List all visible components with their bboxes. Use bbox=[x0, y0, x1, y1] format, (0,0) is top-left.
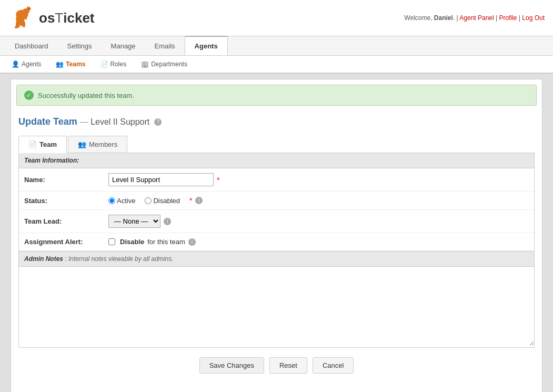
reset-button[interactable]: Reset bbox=[269, 357, 307, 374]
status-required-star: * bbox=[189, 196, 192, 205]
assignment-alert-disable-text: Disable bbox=[120, 238, 144, 246]
tab-team-label: Team bbox=[39, 140, 57, 148]
page-title-area: Update Team — Level II Support ? bbox=[11, 111, 542, 130]
success-message: Successfully updated this team. bbox=[38, 92, 134, 99]
help-icon[interactable]: ? bbox=[154, 118, 162, 126]
subnav-teams[interactable]: 👥 Teams bbox=[49, 58, 92, 71]
page-title: Update Team bbox=[18, 116, 77, 127]
logo: osTicket bbox=[8, 4, 95, 32]
tab-members[interactable]: 👥 Members bbox=[68, 136, 127, 153]
status-active-label[interactable]: Active bbox=[108, 197, 135, 205]
page-subtitle: Level II Support bbox=[91, 117, 149, 126]
status-disabled-text: Disabled bbox=[153, 197, 180, 205]
form-area: Team Information: Name: * Status: Active… bbox=[18, 153, 535, 348]
departments-icon: 🏢 bbox=[141, 61, 149, 68]
team-lead-select[interactable]: — None — bbox=[108, 215, 160, 228]
status-active-radio[interactable] bbox=[108, 197, 115, 204]
assignment-alert-info-icon[interactable]: i bbox=[188, 238, 196, 246]
tab-members-icon: 👥 bbox=[78, 140, 86, 148]
tab-members-label: Members bbox=[89, 140, 117, 148]
admin-notes-subtitle: : Internal notes viewable by all admins. bbox=[65, 255, 173, 263]
team-lead-label: Team Lead: bbox=[24, 217, 108, 225]
name-label: Name: bbox=[24, 176, 108, 184]
nav-manage[interactable]: Manage bbox=[102, 36, 145, 55]
status-disabled-radio[interactable] bbox=[145, 197, 152, 204]
save-changes-button[interactable]: Save Changes bbox=[199, 357, 264, 374]
status-active-text: Active bbox=[117, 197, 135, 205]
status-label: Status: bbox=[24, 197, 108, 205]
logo-text: osTicket bbox=[39, 10, 95, 26]
agent-panel-link[interactable]: Agent Panel bbox=[459, 14, 494, 22]
top-header: osTicket Welcome, Daniel. | Agent Panel … bbox=[0, 0, 553, 36]
admin-notes-textarea[interactable] bbox=[19, 267, 534, 346]
subnav-agents[interactable]: 👤 Agents bbox=[5, 58, 47, 71]
cancel-button[interactable]: Cancel bbox=[313, 357, 354, 374]
form-section-header: Team Information: bbox=[19, 153, 534, 168]
main-content: ✓ Successfully updated this team. Update… bbox=[11, 79, 542, 392]
status-info-icon[interactable]: i bbox=[195, 197, 203, 204]
admin-notes-header: Admin Notes : Internal notes viewable by… bbox=[19, 251, 534, 267]
button-bar: Save Changes Reset Cancel bbox=[11, 348, 542, 383]
roles-icon: 📄 bbox=[100, 61, 108, 68]
sub-nav: 👤 Agents 👥 Teams 📄 Roles 🏢 Departments bbox=[0, 56, 553, 74]
assignment-alert-label: Assignment Alert: bbox=[24, 238, 108, 246]
name-required-star: * bbox=[217, 176, 219, 184]
profile-link[interactable]: Profile bbox=[499, 14, 517, 22]
subnav-departments[interactable]: 🏢 Departments bbox=[135, 58, 194, 71]
title-separator: — bbox=[80, 117, 91, 126]
agents-icon: 👤 bbox=[12, 61, 19, 68]
assignment-alert-checkbox[interactable] bbox=[108, 238, 115, 245]
name-control-area: * bbox=[108, 173, 529, 186]
status-row: Status: Active Disabled * i bbox=[19, 192, 534, 210]
success-banner: ✓ Successfully updated this team. bbox=[16, 85, 537, 106]
teams-icon: 👥 bbox=[56, 61, 64, 68]
admin-notes-label: Admin Notes bbox=[24, 255, 63, 263]
svg-point-5 bbox=[28, 8, 29, 9]
status-control-area: Active Disabled * i bbox=[108, 196, 529, 205]
subnav-roles[interactable]: 📄 Roles bbox=[94, 58, 133, 71]
success-icon: ✓ bbox=[24, 91, 34, 100]
tabs-container: 📄 Team 👥 Members bbox=[18, 136, 535, 153]
admin-notes-textarea-container bbox=[19, 267, 534, 347]
assignment-alert-row: Assignment Alert: Disable for this team … bbox=[19, 233, 534, 251]
nav-agents[interactable]: Agents bbox=[185, 36, 228, 55]
status-disabled-label[interactable]: Disabled bbox=[145, 197, 180, 205]
nav-settings[interactable]: Settings bbox=[58, 36, 102, 55]
tab-team[interactable]: 📄 Team bbox=[18, 136, 67, 153]
welcome-text: Welcome, bbox=[404, 14, 434, 22]
name-input[interactable] bbox=[108, 173, 214, 186]
top-right-nav: Welcome, Daniel. | Agent Panel | Profile… bbox=[404, 14, 545, 22]
assignment-alert-control-area: Disable for this team i bbox=[108, 238, 529, 246]
username: Daniel bbox=[434, 14, 453, 22]
team-lead-row: Team Lead: — None — i bbox=[19, 210, 534, 233]
assignment-alert-suffix: for this team bbox=[147, 238, 185, 246]
kangaroo-logo-icon bbox=[8, 4, 36, 32]
name-row: Name: * bbox=[19, 168, 534, 192]
nav-dashboard[interactable]: Dashboard bbox=[5, 36, 58, 55]
logout-link[interactable]: Log Out bbox=[522, 14, 545, 22]
tab-team-icon: 📄 bbox=[28, 140, 37, 148]
nav-emails[interactable]: Emails bbox=[145, 36, 185, 55]
team-lead-info-icon[interactable]: i bbox=[164, 218, 171, 225]
main-nav: Dashboard Settings Manage Emails Agents bbox=[0, 36, 553, 56]
team-lead-control-area: — None — i bbox=[108, 215, 529, 228]
